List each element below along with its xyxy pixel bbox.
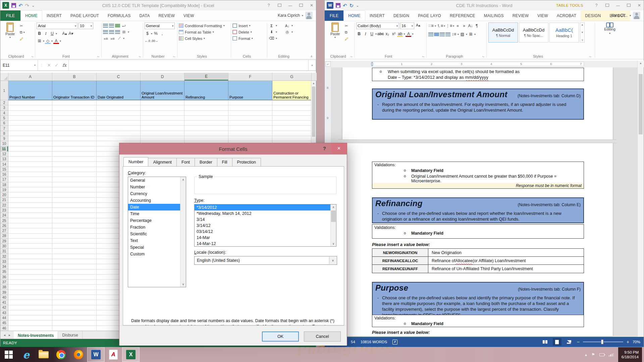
styles-dialog-launcher-icon[interactable]: ⌙ [589,55,592,58]
qat-customize-icon[interactable]: ⌄ [356,3,359,8]
excel-tab-insert[interactable]: INSERT [42,10,66,21]
dialog-titlebar[interactable]: Format Cells ? ✕ [119,143,347,155]
fill-color-dropdown-icon[interactable]: ▾ [51,40,53,43]
close-icon[interactable]: ✕ [636,3,642,8]
superscript-icon[interactable]: x² [391,31,396,37]
save-icon[interactable] [11,3,16,8]
word-tab-view[interactable]: VIEW [533,10,552,21]
row-header-5[interactable]: 5 [0,116,8,121]
number-format-select[interactable]: General▾ [145,22,175,29]
paste-button[interactable]: Paste ▾ [2,22,18,42]
scroll-up-icon[interactable]: ∧ [180,177,186,182]
avatar[interactable] [305,12,313,19]
bold-icon[interactable]: B [37,31,42,37]
insert-cells-button[interactable]: Insert▾ [232,22,266,29]
taskbar-word[interactable]: W [87,347,105,362]
minimize-icon[interactable] [615,3,621,8]
row-header-34[interactable]: 34 [0,264,8,269]
row-header-13[interactable]: 13 [0,157,8,162]
category-item-custom[interactable]: Custom [128,251,180,257]
editing-button[interactable]: Editing ▾ [598,22,622,35]
formula-bar-expand-icon[interactable]: ▾ [309,60,316,71]
type-item-2[interactable]: 3/14 [195,217,330,223]
type-item-0[interactable]: *3/14/2012 [195,204,330,210]
category-item-time[interactable]: Time [128,210,180,217]
taskbar-acrobat[interactable]: A [105,347,122,362]
start-button[interactable] [0,347,17,362]
category-item-scientific[interactable]: Scientific [128,231,180,237]
excel-tab-page-layout[interactable]: PAGE LAYOUT [66,10,103,21]
row-header-12[interactable]: 12 [0,152,8,157]
format-painter-icon[interactable]: 🖉 [345,36,348,42]
word-tab-file[interactable]: FILE [325,10,343,21]
taskbar-chrome[interactable] [52,347,70,362]
paste-button[interactable]: Paste ▾ [327,22,343,42]
find-select-icon[interactable]: ◎ [284,29,290,35]
increase-font-icon[interactable]: A▴ [415,22,421,28]
font-size-select[interactable]: 16▾ [400,22,414,29]
percent-style-icon[interactable]: % [153,31,159,37]
scrollbar-thumb[interactable] [312,86,315,137]
strikethrough-icon[interactable]: abc [377,31,384,37]
action-center-flag-icon[interactable]: ⚑ [591,352,595,357]
styles-scroll-up-icon[interactable]: ▲ [581,23,584,26]
name-box[interactable]: E11▾ [0,60,38,71]
zoom-slider-thumb[interactable] [601,340,603,344]
dialog-tab-font[interactable]: Font [177,158,195,167]
read-mode-icon[interactable] [541,338,549,346]
cell-styles-button[interactable]: Cell Styles▾ [179,35,230,42]
scroll-up-icon[interactable]: ▲ [311,81,316,86]
align-bottom-icon[interactable] [115,24,120,27]
excel-tab-file[interactable]: FILE [0,10,20,21]
number-dialog-launcher-icon[interactable]: ⌙ [173,55,175,58]
type-item-6[interactable]: 14-Mar-12 [195,241,330,246]
type-item-4[interactable]: 03/14/12 [195,229,330,235]
cut-icon[interactable]: ✂ [20,23,25,29]
row-header-6[interactable]: 6 [0,121,8,126]
dialog-close-icon[interactable]: ✕ [331,143,347,154]
row-header-35[interactable]: 35 [0,269,8,274]
row-header-33[interactable]: 33 [0,259,8,264]
row-header-30[interactable]: 30 [0,244,8,249]
select-all-corner[interactable] [0,73,8,80]
category-item-percentage[interactable]: Percentage [128,217,180,224]
font-color-dropdown-icon[interactable]: ▾ [60,40,61,43]
save-icon[interactable] [336,3,340,8]
row-header-1[interactable]: 1 [0,81,8,100]
maximize-icon[interactable] [298,3,304,8]
row-header-25[interactable]: 25 [0,218,8,223]
ribbon-display-options-icon[interactable] [276,3,282,8]
font-name-select[interactable]: Arial▾ [37,22,77,29]
scroll-up-icon[interactable]: ▲ [638,61,644,66]
proofing-errors-icon[interactable]: ✗ [392,340,397,345]
zoom-slider[interactable] [583,342,623,342]
align-center-icon[interactable] [109,30,114,34]
format-as-table-button[interactable]: Format as Table▾ [179,29,230,35]
type-listbox[interactable]: *3/14/2012*Wednesday, March 14, 20123/14… [194,204,336,247]
copy-icon[interactable]: ⧉ ▾ [20,29,25,35]
category-item-text[interactable]: Text [128,237,180,244]
sort-icon[interactable]: A↓ [468,23,473,29]
web-layout-icon[interactable] [565,338,574,346]
row-header-31[interactable]: 31 [0,249,8,254]
font-name-select[interactable]: Calibri (Body)▾ [356,22,399,29]
format-cells-button[interactable]: Format▾ [232,35,266,42]
align-top-icon[interactable] [103,24,108,27]
column-header-G[interactable]: G [272,73,312,80]
underline-icon[interactable]: U [369,31,375,37]
row-header-14[interactable]: 14 [0,162,8,167]
zoom-in-icon[interactable]: + [627,339,629,345]
print-layout-icon[interactable] [553,338,561,346]
increase-indent-icon[interactable]: » [461,23,467,29]
increase-decimal-icon[interactable]: ←.0 [145,38,150,44]
header-cell-F1[interactable]: Purpose [228,81,272,100]
cancel-entry-icon[interactable]: ✕ [47,63,51,68]
delete-cells-button[interactable]: Delete▾ [232,29,266,35]
word-count[interactable]: 10816 WORDS [361,340,387,344]
numbering-icon[interactable]: ⒈≡ [437,23,443,29]
ok-button[interactable]: OK [262,331,299,342]
decrease-indent-icon[interactable]: «≡ [103,36,109,41]
align-right-icon[interactable] [440,33,445,36]
header-cell-A1[interactable]: Project Number [8,81,52,100]
decrease-font-icon[interactable]: A▾ [68,31,74,37]
